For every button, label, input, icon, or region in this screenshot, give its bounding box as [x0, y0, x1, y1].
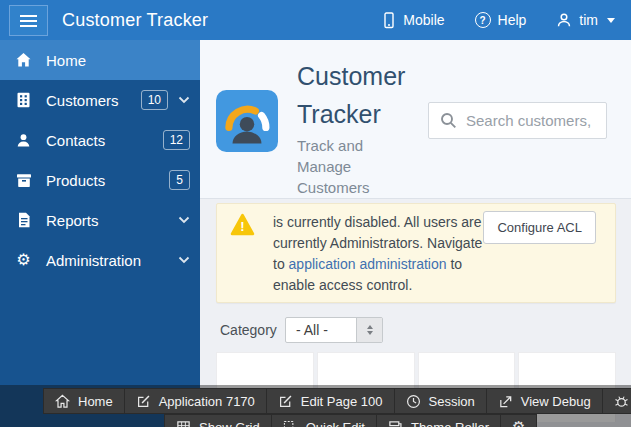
devbar-quick-edit-button[interactable]: Quick Edit [272, 415, 377, 427]
sidebar-item-reports[interactable]: Reports [0, 200, 200, 240]
bug-icon [614, 394, 629, 409]
sidebar-item-label: Contacts [46, 132, 105, 149]
chevron-down-icon[interactable] [178, 216, 190, 224]
search-input[interactable] [466, 112, 598, 129]
devbar-edit-page-button[interactable]: Edit Page 100 [267, 389, 395, 413]
user-icon [556, 12, 572, 28]
sidebar-item-label: Administration [46, 252, 141, 269]
contacts-count-badge: 12 [163, 130, 190, 150]
home-icon [15, 52, 32, 69]
edit-icon [136, 394, 151, 409]
app-logo-icon [216, 90, 278, 152]
page-title: Customer Tracker [297, 57, 429, 133]
sidebar-item-home[interactable]: Home [0, 40, 200, 80]
chevron-down-icon [607, 18, 615, 23]
devbar-view-debug-button[interactable]: View Debug [487, 389, 603, 413]
sidebar-item-label: Reports [46, 212, 99, 229]
cursor-select-icon [283, 420, 298, 427]
category-filter: Category - All - [220, 317, 383, 343]
chevron-down-icon[interactable] [178, 96, 190, 104]
sidebar-item-label: Home [46, 52, 86, 69]
warning-icon: ! [230, 213, 255, 236]
sidebar-toggle-button[interactable] [9, 5, 48, 36]
devbar-home-button[interactable]: Home [44, 389, 125, 413]
sidebar-item-administration[interactable]: ⚙ Administration [0, 240, 200, 280]
application-administration-link[interactable]: application administration [289, 256, 447, 272]
app-window: Customer Tracker Mobile ? Help tim [0, 0, 631, 427]
sidebar-item-contacts[interactable]: Contacts 12 [0, 120, 200, 160]
help-link[interactable]: ? Help [475, 12, 527, 28]
category-label: Category [220, 322, 285, 338]
building-icon [15, 92, 32, 109]
person-icon [15, 132, 32, 149]
home-icon [55, 394, 70, 409]
category-selected-value: - All - [286, 318, 356, 342]
grid-icon [176, 420, 191, 427]
topbar-actions: Mobile ? Help tim [382, 12, 631, 29]
developer-toolbar: Home Application 7170 Edit Page 100 Sess… [0, 385, 631, 427]
mobile-label: Mobile [403, 12, 444, 28]
alert-message: is currently disabled. All users are cur… [273, 212, 493, 296]
top-navigation-bar: Customer Tracker Mobile ? Help tim [0, 0, 631, 40]
devbar-session-button[interactable]: Session [395, 389, 487, 413]
box-icon [15, 172, 32, 189]
category-select[interactable]: - All - [285, 317, 383, 343]
devbar-debug-button[interactable]: Debug [603, 389, 631, 413]
devbar-application-button[interactable]: Application 7170 [125, 389, 267, 413]
chevron-down-icon[interactable] [178, 256, 190, 264]
main-content: Customer Tracker Track and Manage Custom… [200, 40, 631, 427]
devbar-show-grid-button[interactable]: Show Grid [165, 415, 272, 427]
developer-toolbar-row2: Show Grid Quick Edit Theme Roller ⚙ [164, 414, 537, 427]
sidebar-item-label: Customers [46, 92, 119, 109]
hero-titles: Customer Tracker Track and Manage Custom… [297, 57, 429, 198]
gear-icon: ⚙ [512, 420, 525, 427]
paint-roller-icon [388, 420, 403, 427]
sidebar-navigation: Home Customers 10 Contacts 12 Products 5 [0, 40, 200, 427]
app-title: Customer Tracker [62, 10, 208, 31]
configure-acl-button[interactable]: Configure ACL [483, 211, 596, 244]
search-icon [440, 112, 457, 129]
hero-region: Customer Tracker Track and Manage Custom… [200, 40, 631, 199]
document-icon [15, 212, 32, 229]
select-arrows-icon [356, 318, 382, 342]
mobile-link[interactable]: Mobile [382, 12, 444, 29]
user-menu[interactable]: tim [556, 12, 615, 28]
search-box [428, 102, 607, 139]
arrow-out-icon [498, 394, 513, 409]
mobile-phone-icon [382, 12, 396, 29]
warning-alert: ! is currently disabled. All users are c… [216, 203, 616, 303]
products-count-badge: 5 [169, 170, 190, 190]
sidebar-item-customers[interactable]: Customers 10 [0, 80, 200, 120]
devbar-theme-roller-button[interactable]: Theme Roller [377, 415, 501, 427]
help-icon: ? [475, 12, 491, 28]
devbar-options-button[interactable]: ⚙ [501, 415, 536, 427]
clock-icon [406, 394, 421, 409]
developer-toolbar-row1: Home Application 7170 Edit Page 100 Sess… [43, 388, 631, 414]
sidebar-item-products[interactable]: Products 5 [0, 160, 200, 200]
help-label: Help [498, 12, 527, 28]
edit-icon [278, 394, 293, 409]
hamburger-icon [20, 15, 37, 17]
sidebar-item-label: Products [46, 172, 105, 189]
customers-count-badge: 10 [141, 90, 168, 110]
page-subtitle: Track and Manage Customers [297, 135, 392, 198]
user-label: tim [579, 12, 598, 28]
svg-text:!: ! [240, 219, 244, 234]
gear-icon: ⚙ [15, 252, 32, 269]
